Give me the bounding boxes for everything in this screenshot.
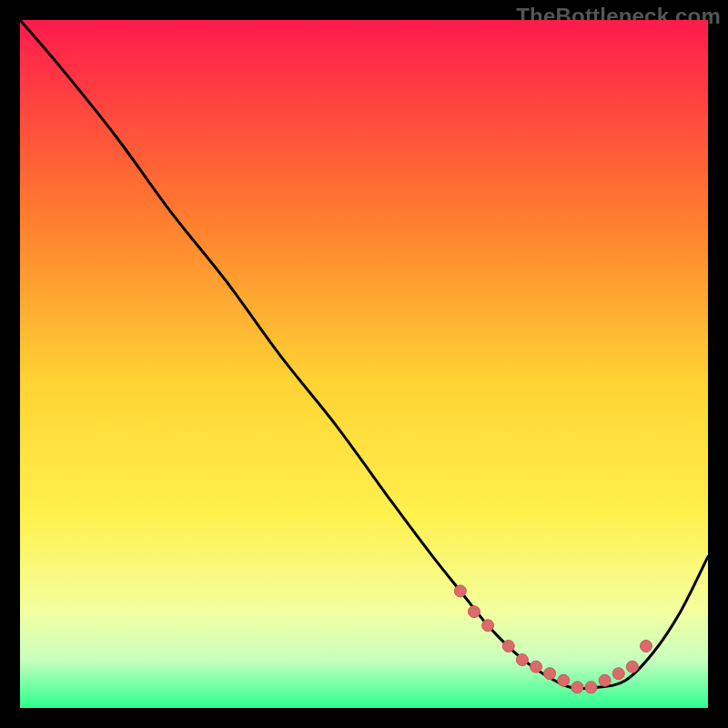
chart-svg: [20, 20, 708, 708]
marker-dot: [544, 668, 556, 680]
marker-dot: [599, 674, 611, 686]
marker-dot: [516, 654, 528, 666]
marker-dot: [468, 606, 480, 618]
marker-dot: [482, 620, 494, 632]
marker-dot: [502, 640, 514, 652]
marker-dot: [571, 682, 583, 693]
marker-dot: [640, 640, 652, 652]
marker-dot: [612, 668, 624, 680]
plot-area: [20, 20, 708, 708]
marker-dot: [454, 585, 466, 597]
chart-frame: TheBottleneck.com: [0, 0, 728, 728]
marker-dot: [626, 661, 638, 672]
marker-dot: [558, 674, 570, 686]
marker-dot: [585, 682, 597, 693]
marker-dot: [531, 661, 542, 672]
gradient-background: [20, 20, 708, 708]
